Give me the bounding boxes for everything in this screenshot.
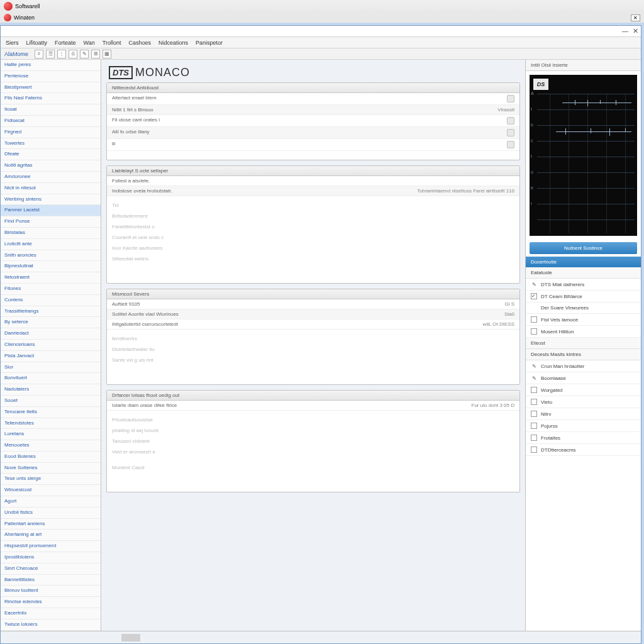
panel-row[interactable]: Fstiest a alsdete. [107,176,519,186]
menu-item-7[interactable]: Panispetor [196,40,223,46]
sidebar-item-17[interactable]: Snith aroncies [1,250,101,262]
sidebar-item-31[interactable]: Terocane itetts [1,407,101,418]
panel-row[interactable]: Nillit 1 firt s BinsooVtrassti [107,105,519,115]
sidebar-item-25[interactable]: Cliencerioans [1,340,101,351]
sidebar-item-38[interactable]: Winoesicost [1,485,101,496]
tool-btn-1[interactable]: ≡ [35,50,43,58]
panel-row[interactable]: Alil fo odse illany [107,127,519,139]
sidebar-item-32[interactable]: Teliendstotes [1,418,101,430]
sidebar-item-13[interactable]: Panmer Lacetst [1,205,101,216]
tool-btn-6[interactable]: ⊞ [91,50,100,58]
minimize-button[interactable]: — [621,27,630,36]
check-row[interactable]: Worgated [526,384,641,396]
tool-btn-3[interactable]: ⋮ [57,50,66,58]
check-row[interactable]: Mosent Hilition [526,326,641,338]
sidebar-item-14[interactable]: Find Ponse [1,216,101,228]
menu-item-4[interactable]: Trollont [103,40,121,46]
sidebar-item-18[interactable]: Bipnestolinat [1,261,101,272]
sidebar-item-1[interactable]: Pentenose [1,71,101,82]
sidebar-item-42[interactable]: Ahertaning at art [1,530,101,541]
sidebar-item-29[interactable]: Nadotaters [1,384,101,396]
tool-btn-5[interactable]: ✎ [80,50,89,58]
check-row[interactable]: DT Ceam Bifdarce [526,291,641,303]
sidebar-item-24[interactable]: Danriedact [1,328,101,340]
sidebar-item-11[interactable]: Nicit in nitesot [1,183,101,194]
panel-row[interactable]: Soliitet Aoorite vlad WiorinoesSia0 [107,309,519,319]
check-row[interactable]: Nitrv [526,408,641,420]
checkbox[interactable] [531,435,537,441]
sidebar-item-20[interactable]: Fitones [1,284,101,295]
sidebar-item-26[interactable]: Pisla Janvact [1,351,101,362]
sidebar-item-8[interactable]: Dfeate [1,149,101,160]
menu-item-2[interactable]: Forteate [55,40,76,46]
checkbox[interactable] [531,399,537,405]
checkbox[interactable] [531,328,537,335]
panel-row[interactable]: Ihitgallotertid cserorscortetedtwliL Ot … [107,319,519,330]
tool-btn-2[interactable]: ☰ [46,50,55,58]
row-badge-icon[interactable] [507,95,514,103]
sidebar-item-22[interactable]: Trassititetrangs [1,306,101,318]
check-row[interactable]: ✎Crun Man hrdaotter [526,360,641,372]
panel-row[interactable]: Aitertact enael blem [107,93,519,105]
tool-btn-7[interactable]: ▦ [103,50,111,58]
menu-item-6[interactable]: Nidceations [158,40,188,46]
outer-close-button[interactable]: ✕ [631,14,640,21]
sidebar-item-34[interactable]: Menooetes [1,440,101,452]
panel-row[interactable]: Indistose ovela hrobutstatr.Tobranintare… [107,186,519,196]
checkbox[interactable] [531,447,537,453]
sidebar-item-12[interactable]: Weribing sintens [1,194,101,206]
sidebar-item-10[interactable]: Amdoronee [1,172,101,183]
menu-item-1[interactable]: Lifitoatty [26,40,48,46]
sidebar-item-37[interactable]: Tese onts slerge [1,474,101,485]
sidebar-item-41[interactable]: Patientart anniens [1,519,101,530]
checkbox[interactable] [531,293,537,299]
sidebar-item-15[interactable]: Biristatas [1,228,101,239]
row-badge-icon[interactable] [507,117,514,125]
sidebar-item-27[interactable]: Sior [1,362,101,374]
sidebar-item-35[interactable]: Eood Bolenes [1,452,101,463]
checkbox[interactable] [531,316,537,323]
check-row[interactable]: Fist Vets Iamoce [526,314,641,326]
row-badge-icon[interactable] [507,129,514,136]
sidebar-item-28[interactable]: Bonvituert [1,373,101,384]
sidebar-item-40[interactable]: Undbil fistics [1,508,101,519]
checkbox[interactable] [531,387,537,393]
sidebar-item-45[interactable]: Sinrt Cheroace [1,564,101,575]
sidebar-item-21[interactable]: Coniens [1,295,101,306]
check-row[interactable]: Vieto [526,396,641,408]
menu-item-3[interactable]: Wan [84,40,95,46]
sidebar-item-7[interactable]: Towertes [1,138,101,150]
action-button[interactable]: Nutbent Sostince [530,242,637,254]
panel-row[interactable]: lil [107,139,519,151]
sidebar-item-49[interactable]: Eacertnils [1,608,101,619]
sidebar-item-39[interactable]: Agort [1,496,101,508]
sidebar-item-46[interactable]: Bannettitistes [1,575,101,586]
sidebar-item-23[interactable]: By seterce [1,317,101,328]
sidebar-item-0[interactable]: Hallie peres [1,60,101,71]
sidebar-item-44[interactable]: Iprostibloiens [1,552,101,564]
menu-item-5[interactable]: Cashoes [128,40,151,46]
check-row[interactable]: ✎Boomiaase [526,372,641,384]
panel-row[interactable]: Iotarte diam orase difee flriceFur ulo d… [107,401,519,411]
check-row[interactable]: Pojurss [526,420,641,432]
sidebar-item-50[interactable]: Twisce lotoiers [1,619,101,631]
sidebar-item-3[interactable]: Flis Nasl Faterns [1,93,101,104]
sidebar-item-47[interactable]: Binnov toottent [1,586,101,597]
check-row[interactable]: Der Soare Vinwurees [526,303,641,314]
panel-row[interactable]: Fil otose cant orates i [107,115,519,127]
sidebar-item-9[interactable]: Notitl agritas [1,160,101,172]
check-row[interactable]: DTDtterceacms [526,444,641,456]
sidebar-item-4[interactable]: Itosat [1,104,101,116]
check-row[interactable]: ✎DTS Miat datherers [526,279,641,291]
close-button[interactable]: ✕ [631,27,640,36]
sidebar-item-6[interactable]: Firgned [1,127,101,138]
sidebar-item-2[interactable]: Biestipnwert [1,82,101,94]
check-row[interactable]: Frotaltes [526,432,641,444]
sidebar-item-19[interactable]: Itetostraent [1,272,101,284]
sidebar-item-5[interactable]: Fidisecat [1,116,101,127]
menu-item-0[interactable]: Siers [6,40,19,46]
sidebar-item-36[interactable]: Nove Sottenes [1,463,101,474]
sidebar-item-48[interactable]: Rinctse edendes [1,597,101,608]
panel-row[interactable]: Auftielt 9105Gl S [107,299,519,309]
checkbox[interactable] [531,423,537,429]
